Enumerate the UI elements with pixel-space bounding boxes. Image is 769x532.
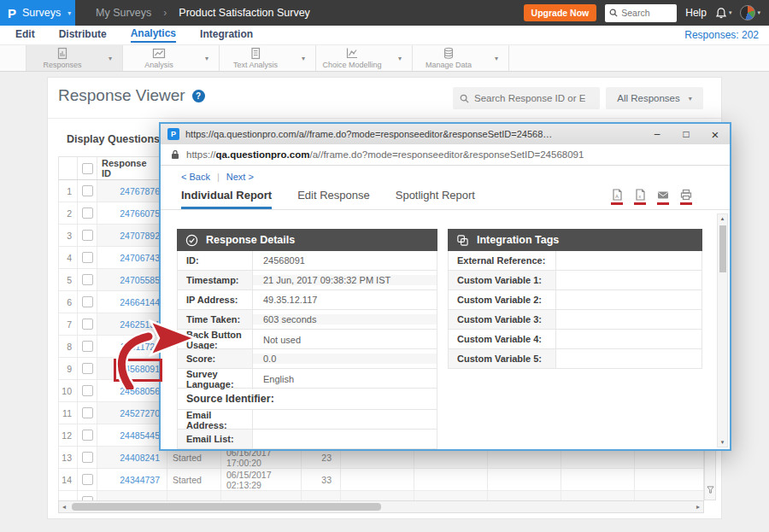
top-bar: P Surveys ▾ My Surveys › Product Satisfa… (0, 0, 769, 26)
table-horizontal-scrollbar[interactable]: ◂ ▸ (58, 500, 704, 513)
row-checkbox-cell (78, 180, 97, 202)
tab-individual-report[interactable]: Individual Report (181, 189, 272, 209)
export-pdf-button[interactable]: A (611, 189, 623, 205)
panel-title: Response Details (206, 234, 295, 246)
response-id-link[interactable]: 24705585 (97, 269, 167, 290)
response-id-link[interactable]: 24767876 (97, 180, 167, 202)
scroll-down-icon[interactable]: ▾ (718, 439, 727, 446)
scroll-left-icon[interactable]: ◂ (59, 503, 69, 511)
red-underline (657, 202, 669, 205)
response-id-link[interactable]: 24527270 (97, 402, 167, 424)
popup-vertical-scrollbar[interactable]: ▴ ▾ (717, 213, 728, 447)
response-search-input[interactable] (474, 93, 585, 103)
toolbar-responses-caret[interactable]: ▾ (98, 45, 122, 71)
row-checkbox[interactable] (82, 319, 93, 330)
scroll-right-icon[interactable]: ▸ (693, 503, 703, 511)
row-checkbox[interactable] (82, 407, 93, 418)
nav-item-integration[interactable]: Integration (200, 28, 253, 42)
scrollbar-thumb[interactable] (719, 225, 726, 272)
row-checkbox[interactable] (82, 430, 93, 441)
detail-row: Timestamp:21 Jun, 2017 09:38:32 PM IST (177, 271, 437, 290)
response-id-link[interactable]: 24766075 (97, 202, 167, 224)
detail-row: IP Address:49.35.12.117 (177, 290, 437, 310)
tab-edit-response[interactable]: Edit Response (297, 189, 370, 209)
row-index: 8 (59, 336, 78, 357)
toolbar-manage-data-button[interactable]: Manage Data (413, 45, 484, 71)
row-index: 2 (59, 202, 78, 224)
maximize-button[interactable]: □ (672, 124, 701, 144)
export-excel-button[interactable]: x (634, 189, 646, 205)
toolbar-choice-modelling-caret[interactable]: ▾ (388, 45, 412, 71)
response-details-panel: Response Details ID:24568091 Timestamp:2… (177, 229, 437, 449)
response-id-link[interactable]: 24706743 (97, 247, 167, 268)
toolbar-text-analysis-button[interactable]: Text Analysis (220, 45, 291, 71)
account-menu[interactable]: ▾ (740, 5, 760, 20)
response-id-link[interactable]: 24707892 (97, 225, 167, 246)
response-search[interactable] (453, 87, 600, 109)
product-switcher[interactable]: P Surveys ▾ (0, 0, 75, 26)
row-checkbox[interactable] (82, 208, 93, 219)
row-checkbox[interactable] (82, 230, 93, 241)
toolbar-group-choice-modelling: Choice Modelling ▾ (315, 45, 412, 71)
all-responses-dropdown[interactable]: All Responses ▾ (606, 87, 703, 109)
filter-icon[interactable] (706, 482, 715, 497)
survey-nav: Edit Distribute Analytics Integration Re… (0, 26, 769, 44)
row-index: 9 (59, 358, 78, 379)
row-checkbox-cell (78, 447, 97, 468)
scrollbar-thumb[interactable] (72, 503, 381, 511)
url-bar[interactable]: https://qa.questionpro.com/a//frame.do?m… (161, 144, 730, 166)
row-checkbox[interactable] (82, 363, 93, 374)
select-all-checkbox[interactable] (82, 163, 93, 174)
avatar (740, 5, 755, 20)
response-id-link[interactable]: 24485445 (97, 424, 167, 446)
row-checkbox-cell (78, 336, 97, 357)
row-checkbox-cell (78, 291, 97, 313)
toolbar-analysis-button[interactable]: Analysis (123, 45, 195, 71)
tab-spotlight-report[interactable]: Spotlight Report (396, 189, 475, 209)
toolbar-analysis-caret[interactable]: ▾ (195, 45, 219, 71)
nav-item-edit[interactable]: Edit (15, 28, 35, 42)
toolbar-responses-button[interactable]: Responses (26, 45, 98, 71)
row-checkbox[interactable] (82, 341, 93, 352)
help-icon[interactable]: ? (192, 90, 205, 102)
panel-title: Integration Tags (477, 234, 559, 246)
row-checkbox[interactable] (82, 274, 93, 285)
email-report-button[interactable] (657, 189, 669, 205)
row-checkbox[interactable] (82, 185, 93, 196)
row-checkbox[interactable] (82, 385, 93, 396)
scroll-up-icon[interactable]: ▴ (718, 215, 727, 222)
row-index: 6 (59, 291, 78, 313)
analytics-toolbar: Responses ▾ Analysis ▾ Text Analysis ▾ C… (0, 44, 769, 72)
next-link[interactable]: Next > (226, 172, 254, 182)
row-checkbox[interactable] (82, 474, 93, 485)
response-id-link[interactable]: 24344737 (97, 469, 167, 490)
nav-item-analytics[interactable]: Analytics (131, 27, 176, 43)
response-id-link[interactable]: 24664144 (97, 291, 167, 313)
toolbar-manage-data-caret[interactable]: ▾ (484, 45, 508, 71)
minimize-button[interactable]: – (643, 124, 672, 144)
toolbar-text-analysis-caret[interactable]: ▾ (291, 45, 315, 71)
response-id-link[interactable]: 24408241 (97, 447, 167, 468)
window-title-bar[interactable]: P https://qa.questionpro.com/a//frame.do… (161, 124, 730, 144)
help-link[interactable]: Help (685, 7, 707, 19)
lock-icon (171, 149, 179, 160)
global-search-input[interactable] (621, 8, 672, 18)
nav-item-distribute[interactable]: Distribute (59, 28, 107, 42)
notifications-menu[interactable]: ▾ (715, 7, 732, 20)
row-index: 11 (59, 402, 78, 424)
toolbar-choice-modelling-button[interactable]: Choice Modelling (316, 45, 388, 71)
response-id-header[interactable]: Response ID ▲ (97, 157, 167, 179)
row-checkbox[interactable] (82, 296, 93, 307)
breadcrumb-parent[interactable]: My Surveys (96, 7, 151, 19)
upgrade-now-button[interactable]: Upgrade Now (524, 4, 597, 21)
row-checkbox-cell (78, 225, 97, 246)
text-analysis-icon (249, 47, 262, 60)
print-button[interactable] (680, 189, 692, 205)
responses-count[interactable]: Responses: 202 (684, 29, 759, 41)
response-id-link[interactable] (97, 491, 167, 500)
back-link[interactable]: < Back (181, 172, 210, 182)
global-search[interactable] (605, 4, 677, 22)
row-checkbox[interactable] (82, 252, 93, 263)
close-button[interactable]: × (701, 124, 730, 144)
row-checkbox[interactable] (82, 452, 93, 463)
